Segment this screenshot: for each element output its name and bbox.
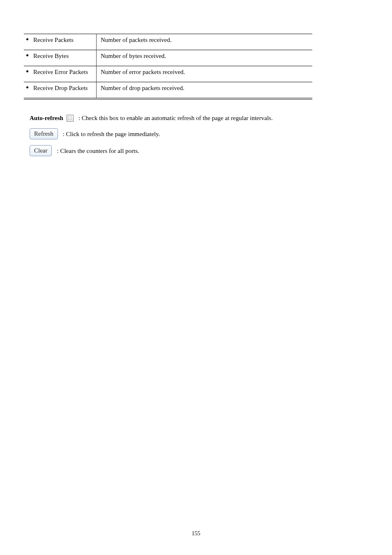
table-row: Receive Drop Packets Number of drop pack… [24,82,312,98]
auto-refresh-checkbox[interactable] [67,115,74,122]
term-desc: Number of bytes received. [101,53,166,59]
clear-desc: : Clears the counters for all ports. [57,146,139,155]
bullet-icon [26,38,28,40]
bullet-icon [26,86,28,88]
clear-button[interactable]: Clear [30,145,52,156]
bullet-icon [26,54,28,56]
clear-row: Clear : Clears the counters for all port… [30,145,374,156]
table-row: Receive Error Packets Number of error pa… [24,66,312,82]
table-row: Receive Packets Number of packets receiv… [24,34,312,50]
table-footer-rule [24,98,312,99]
auto-refresh-label: Auto-refresh [30,113,63,123]
table-row: Receive Bytes Number of bytes received. [24,50,312,66]
auto-refresh-row: Auto-refresh : Check this box to enable … [30,113,374,123]
term-label: Receive Drop Packets [33,84,88,92]
term-desc: Number of drop packets received. [101,85,184,91]
controls-section: Auto-refresh : Check this box to enable … [30,113,374,156]
term-desc: Number of error packets received. [101,69,185,75]
bullet-icon [26,70,28,72]
refresh-row: Refresh : Click to refresh the page imme… [30,128,374,139]
auto-refresh-desc: : Check this box to enable an automatic … [78,113,273,123]
definitions-table: Receive Packets Number of packets receiv… [24,34,312,98]
term-desc: Number of packets received. [101,37,171,43]
term-label: Receive Bytes [33,52,69,60]
term-label: Receive Packets [33,36,74,44]
refresh-desc: : Click to refresh the page immediately. [63,130,160,139]
term-label: Receive Error Packets [33,68,88,76]
page-number: 155 [0,530,392,537]
refresh-button[interactable]: Refresh [30,128,58,139]
